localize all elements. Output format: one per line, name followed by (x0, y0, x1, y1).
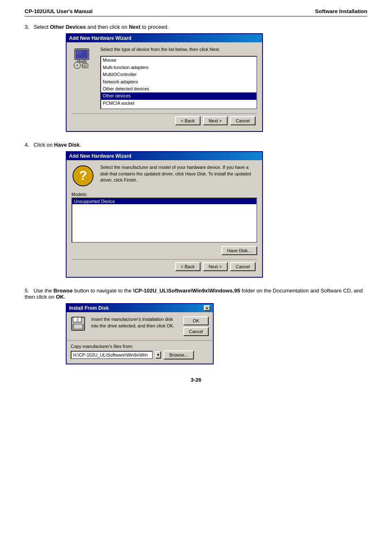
step-3: 3. Select Other Devices and then click o… (25, 24, 367, 132)
computer-icon: CD (71, 46, 96, 109)
dropdown-arrow-icon[interactable]: ▼ (155, 351, 161, 359)
listbox-item-multioio[interactable]: MultiIOController (101, 71, 256, 78)
step-4-text-before: Click on (34, 142, 54, 148)
step-3-bold1: Other Devices (50, 24, 85, 30)
listbox-item-multifunction[interactable]: Multi-function adapters (101, 64, 256, 71)
dialog3-wrapper: Install From Disk × Insert the manufactu… (41, 303, 367, 364)
add-hardware-wizard-dialog-2: Add New Hardware Wizard ? Select the man… (66, 151, 263, 278)
question-icon: ? (71, 164, 96, 189)
dialog2-cancel-button[interactable]: Cancel (230, 262, 256, 271)
path-input[interactable] (71, 351, 153, 359)
svg-text:CD: CD (83, 64, 87, 67)
install-instruction: Insert the manufacturer's installation d… (91, 316, 179, 329)
models-listbox[interactable]: Unsupported Device (71, 198, 257, 243)
section-title: Software Installation (315, 8, 367, 14)
dialog2-next-button[interactable]: Next > (203, 262, 228, 271)
svg-rect-14 (76, 318, 79, 322)
copy-label: Copy manufacturer's files from: (71, 344, 209, 349)
models-unsupported-device[interactable]: Unsupported Device (72, 198, 256, 204)
dialog2-buttons: < Back Next > Cancel (71, 259, 257, 273)
have-disk-button[interactable]: Have Disk... (221, 246, 257, 255)
dialog2-title: Add New Hardware Wizard (69, 153, 131, 159)
dialog1-instruction: Select the type of device from the list … (100, 46, 257, 109)
step-5-text-end: . (64, 294, 65, 300)
models-label: Models: (71, 192, 257, 197)
dialog1-cancel-button[interactable]: Cancel (230, 116, 256, 125)
step-5-label: 5. Use the Browse button to navigate to … (25, 288, 367, 300)
browse-button[interactable]: Browse... (164, 350, 194, 359)
have-disk-row: Have Disk... (71, 246, 257, 255)
install-cancel-button[interactable]: Cancel (183, 327, 209, 336)
step-5-text-mid: button to navigate to the (73, 288, 133, 294)
svg-rect-16 (74, 325, 82, 329)
dialog1-titlebar: Add New Hardware Wizard (67, 34, 262, 42)
dialog1-content: CD Select the type of device from the li… (67, 42, 262, 131)
listbox-item-mouse[interactable]: Mouse (101, 57, 256, 64)
dialog3-close-button[interactable]: × (204, 305, 210, 311)
floppy-icon (71, 316, 87, 332)
dialog3-title: Install From Disk (69, 305, 109, 311)
install-from-disk-dialog: Install From Disk × Insert the manufactu… (66, 303, 214, 364)
dialog2-titlebar: Add New Hardware Wizard (67, 152, 262, 160)
dialog3-titlebar: Install From Disk × (67, 304, 213, 312)
install-lower: Copy manufacturer's files from: ▼ Browse… (67, 340, 213, 364)
dialog1-next-button[interactable]: Next > (203, 116, 228, 125)
manual-title: CP-102U/UL User's Manual (25, 8, 92, 14)
dialog2-body: ? Select the manufacturer and model of y… (71, 164, 257, 189)
step-4: 4. Click on Have Disk. Add New Hardware … (25, 142, 367, 278)
dialog2-wrapper: Add New Hardware Wizard ? Select the man… (41, 151, 367, 278)
step-5-bold1: Browse (53, 288, 73, 294)
svg-rect-2 (76, 51, 81, 54)
step-3-label: 3. Select Other Devices and then click o… (25, 24, 367, 30)
dialog1-wrapper: Add New Hardware Wizard (41, 33, 367, 132)
dialog2-content: ? Select the manufacturer and model of y… (67, 160, 262, 277)
step-5-bold3: OK (56, 294, 64, 300)
step-5: 5. Use the Browse button to navigate to … (25, 288, 367, 364)
listbox-item-pcmcia[interactable]: PCMCIA socket (101, 100, 256, 107)
device-listbox[interactable]: Mouse Multi-function adapters MultiIOCon… (100, 56, 257, 109)
step-4-number: 4. (25, 142, 29, 148)
step-4-bold1: Have Disk (54, 142, 80, 148)
path-row: ▼ Browse... (71, 350, 209, 359)
dialog1-buttons: < Back Next > Cancel (71, 113, 257, 127)
dialog2-back-button[interactable]: < Back (175, 262, 201, 271)
step-5-bold2: \CP-102U_UL\Software\Win9x\Windows.95 (133, 288, 240, 294)
step-3-text-mid: and then click on (86, 24, 129, 30)
page-number: 3-26 (25, 377, 367, 383)
dialog2-instruction: Select the manufacturer and model of you… (100, 164, 257, 189)
add-hardware-wizard-dialog-1: Add New Hardware Wizard (66, 33, 263, 132)
step-4-label: 4. Click on Have Disk. (25, 142, 367, 148)
install-ok-cancel-col: OK Cancel (183, 316, 209, 336)
step-4-text-after: . (80, 142, 81, 148)
listbox-item-network[interactable]: Network adapters (101, 78, 256, 85)
step-5-text-before: Use the (34, 288, 53, 294)
step-3-number: 3. (25, 24, 29, 30)
dialog1-back-button[interactable]: < Back (175, 116, 201, 125)
page-header: CP-102U/UL User's Manual Software Instal… (25, 8, 367, 16)
dialog1-body: CD Select the type of device from the li… (71, 46, 257, 109)
install-ok-button[interactable]: OK (183, 316, 209, 325)
listbox-item-other-detected[interactable]: Other detected devices (101, 85, 256, 92)
dialog1-title: Add New Hardware Wizard (69, 35, 131, 41)
svg-text:?: ? (79, 168, 87, 183)
listbox-item-ports[interactable]: Ports (COM & LPT) (101, 107, 256, 109)
svg-point-7 (77, 65, 78, 66)
install-body: Insert the manufacturer's installation d… (67, 312, 213, 340)
step-5-number: 5. (25, 288, 29, 294)
step-3-text-before: Select (34, 24, 50, 30)
svg-rect-3 (79, 60, 84, 61)
step-3-bold2: Next (129, 24, 141, 30)
listbox-item-other-devices[interactable]: Other devices (101, 92, 256, 99)
step-3-text-after: to proceed. (141, 24, 169, 30)
